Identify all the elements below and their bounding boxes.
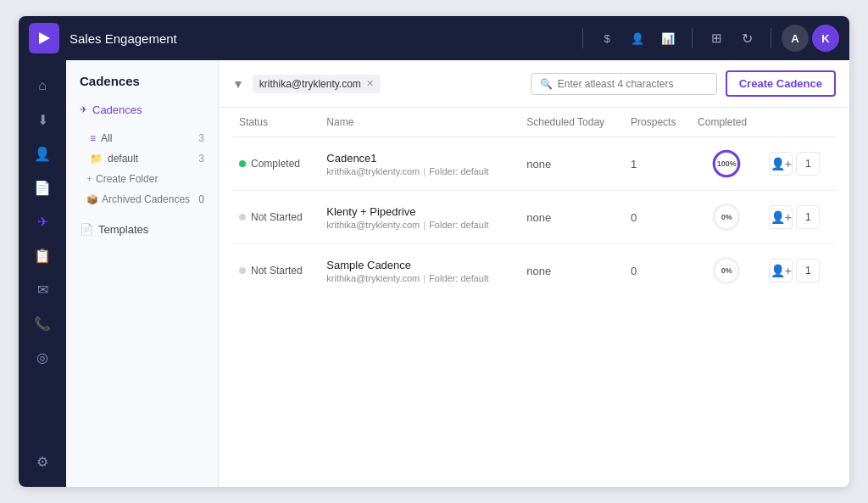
cadence-name[interactable]: Klenty + Pipedrive [326,205,513,218]
create-folder-label: Create Folder [96,173,158,185]
progress-label: 0% [721,266,732,275]
status-text: Not Started [251,211,303,223]
col-name: Name [320,108,520,137]
templates-nav-item[interactable]: 📄 Templates [66,216,218,243]
create-cadence-button[interactable]: Create Cadence [726,70,836,97]
archived-count: 0 [198,193,204,205]
search-box: 🔍 [531,73,717,95]
scheduled-cell: none [520,191,624,244]
plus-icon: + [86,173,92,185]
cadences-section: ≡ All 3 📁 default 3 + Create Folder 📦 Ar… [66,128,218,210]
prospects-cell: 0 [624,191,691,244]
refresh-icon-btn[interactable]: ↻ [733,25,760,52]
cadence-name[interactable]: Sample Cadence [326,259,513,271]
action-count: 1 [796,205,820,229]
name-cell: Sample Cadence krithika@tryklenty.com|Fo… [326,259,513,283]
archived-icon: 📦 [86,194,98,205]
filter-chip-value: krithika@tryklenty.com [259,78,361,90]
content-area: ▼ krithika@tryklenty.com ✕ 🔍 Create Cade… [219,60,849,487]
default-folder-item[interactable]: 📁 default 3 [66,148,218,169]
status-dot [239,160,246,167]
user-icon-btn[interactable]: 👤 [624,25,651,52]
status-text: Not Started [251,265,303,277]
nav-separator-3 [771,28,771,48]
add-prospect-btn[interactable]: 👤+ [769,152,793,176]
status-cell: Not Started [239,265,313,277]
prospects-cell: 0 [624,244,691,298]
user-avatar-btn[interactable]: K [812,25,839,52]
sidebar-download-icon[interactable]: ⬇ [27,104,58,135]
sidebar-mail-icon[interactable]: ✉ [27,274,58,305]
completed-cell: 0% [691,191,762,243]
filter-chip-close[interactable]: ✕ [366,78,374,89]
status-dot [239,267,246,274]
col-actions [762,108,836,137]
search-input[interactable] [558,78,708,90]
cadences-label: Cadences [92,103,142,116]
status-text: Completed [251,158,300,170]
status-cell: Completed [239,158,313,170]
cadences-table: Status Name Scheduled Today Prospects Co… [232,108,836,297]
table-row: Not Started Sample Cadence krithika@tryk… [232,244,836,298]
completed-cell: 0% [691,244,762,297]
action-cell: 👤+ 1 [769,152,829,176]
default-count: 3 [198,153,204,165]
sidebar-analytics-icon[interactable]: ◎ [27,342,58,372]
cadence-meta: krithika@tryklenty.com|Folder: default [326,220,513,230]
archived-cadences-item: 📦 Archived Cadences 0 [66,189,218,210]
main-layout: ⌂ ⬇ 👤 📄 ✈ 📋 ✉ 📞 ◎ ⚙ Cadences ✈ Cadences … [19,60,849,487]
col-scheduled: Scheduled Today [520,108,624,137]
cadence-meta: krithika@tryklenty.com|Folder: default [326,273,513,283]
sidebar-phone-icon[interactable]: 📞 [27,308,58,338]
filter-icon[interactable]: ▼ [232,77,244,91]
cadences-nav-item[interactable]: ✈ Cadences [66,98,218,121]
prospects-cell: 1 [624,137,691,191]
grid-icon-btn[interactable]: ⊞ [703,25,730,52]
search-icon: 🔍 [540,78,553,90]
sidebar-icons: ⌂ ⬇ 👤 📄 ✈ 📋 ✉ 📞 ◎ ⚙ [19,60,66,487]
progress-circle-wrapper: 0% [710,254,743,287]
templates-icon: 📄 [80,223,93,236]
col-status: Status [232,108,320,137]
cadences-icon: ✈ [80,104,87,115]
scheduled-cell: none [520,137,624,191]
all-icon: ≡ [90,132,96,144]
create-folder-item[interactable]: + Create Folder [66,169,218,189]
cadence-meta: krithika@tryklenty.com|Folder: default [326,166,513,176]
table-container: Status Name Scheduled Today Prospects Co… [219,108,849,487]
sidebar-person-icon[interactable]: 👤 [27,138,58,169]
nav-separator-2 [692,28,693,48]
left-panel: Cadences ✈ Cadences ≡ All 3 📁 default 3 … [66,60,219,487]
archived-label: Archived Cadences [102,193,190,205]
add-prospect-btn[interactable]: 👤+ [769,205,793,229]
dollar-icon-btn[interactable]: $ [593,25,620,52]
sidebar-document-icon[interactable]: 📄 [27,172,58,203]
notification-btn[interactable]: A [782,25,809,52]
default-label: default [108,153,138,165]
content-top-bar: ▼ krithika@tryklenty.com ✕ 🔍 Create Cade… [219,60,849,108]
cadence-name[interactable]: Cadence1 [326,152,513,165]
sidebar-settings-icon[interactable]: ⚙ [27,446,58,477]
templates-label: Templates [98,223,148,236]
progress-label: 100% [717,159,737,168]
left-panel-title: Cadences [66,74,218,98]
sidebar-home-icon[interactable]: ⌂ [27,70,58,101]
sidebar-clipboard-icon[interactable]: 📋 [27,240,58,271]
top-nav: Sales Engagement $ 👤 📊 ⊞ ↻ A K [19,16,849,60]
filter-chip: krithika@tryklenty.com ✕ [253,75,381,93]
progress-circle-wrapper: 100% [710,148,743,180]
chart-icon-btn[interactable]: 📊 [654,25,682,52]
app-container: Sales Engagement $ 👤 📊 ⊞ ↻ A K ⌂ ⬇ 👤 📄 ✈… [19,16,849,487]
folder-icon: 📁 [90,153,103,165]
table-row: Not Started Klenty + Pipedrive krithika@… [232,191,836,244]
col-prospects: Prospects [624,108,691,137]
sidebar-send-icon[interactable]: ✈ [27,206,58,237]
action-cell: 👤+ 1 [769,259,829,282]
all-label: All [101,132,112,144]
all-cadences-item[interactable]: ≡ All 3 [66,128,218,148]
action-count: 1 [796,152,820,176]
col-completed: Completed [691,108,762,137]
svg-marker-0 [39,32,50,44]
add-prospect-btn[interactable]: 👤+ [769,259,793,282]
progress-circle-wrapper: 0% [710,201,743,233]
